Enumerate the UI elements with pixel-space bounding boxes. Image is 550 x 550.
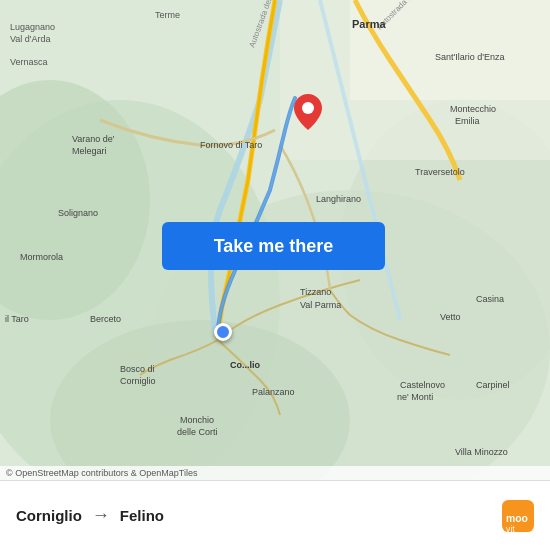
svg-text:Langhirano: Langhirano (316, 194, 361, 204)
svg-text:Co...lio: Co...lio (230, 360, 260, 370)
svg-text:delle Corti: delle Corti (177, 427, 218, 437)
svg-text:Corniglio: Corniglio (120, 376, 156, 386)
svg-text:Varano de': Varano de' (72, 134, 115, 144)
svg-text:Emilia: Emilia (455, 116, 480, 126)
svg-text:Melegari: Melegari (72, 146, 107, 156)
svg-text:Sant'Ilario d'Enza: Sant'Ilario d'Enza (435, 52, 504, 62)
svg-text:Solignano: Solignano (58, 208, 98, 218)
map-container: Lugagnano Val d'Arda Terme Vernasca Auto… (0, 0, 550, 480)
svg-text:Vernasca: Vernasca (10, 57, 48, 67)
svg-text:Mormorola: Mormorola (20, 252, 63, 262)
take-me-there-button[interactable]: Take me there (162, 222, 385, 270)
svg-text:Casina: Casina (476, 294, 504, 304)
svg-text:il Taro: il Taro (5, 314, 29, 324)
svg-text:Traversetolo: Traversetolo (415, 167, 465, 177)
svg-text:Fornovo di Taro: Fornovo di Taro (200, 140, 262, 150)
svg-text:ne' Monti: ne' Monti (397, 392, 433, 402)
svg-text:Palanzano: Palanzano (252, 387, 295, 397)
copyright-text: © OpenStreetMap contributors & OpenMapTi… (6, 468, 197, 478)
svg-text:Val d'Arda: Val d'Arda (10, 34, 51, 44)
svg-text:Val Parma: Val Parma (300, 300, 341, 310)
moovit-icon: moo vit (502, 500, 534, 532)
copyright-bar: © OpenStreetMap contributors & OpenMapTi… (0, 466, 550, 480)
svg-text:moo: moo (506, 513, 528, 524)
svg-rect-7 (350, 0, 550, 100)
svg-text:Monchio: Monchio (180, 415, 214, 425)
svg-text:Bosco di: Bosco di (120, 364, 155, 374)
svg-text:Tizzano: Tizzano (300, 287, 331, 297)
arrow-icon: → (92, 505, 110, 526)
destination-pin (294, 94, 322, 130)
svg-text:Terme: Terme (155, 10, 180, 20)
to-label: Felino (120, 507, 164, 524)
svg-text:Montecchio: Montecchio (450, 104, 496, 114)
svg-text:Berceto: Berceto (90, 314, 121, 324)
svg-text:Villa Minozzo: Villa Minozzo (455, 447, 508, 457)
svg-text:vit: vit (506, 524, 515, 532)
current-location-dot (214, 323, 232, 341)
svg-text:Parma: Parma (352, 18, 387, 30)
svg-text:Castelnovo: Castelnovo (400, 380, 445, 390)
svg-text:Carpinel: Carpinel (476, 380, 510, 390)
from-label: Corniglio (16, 507, 82, 524)
bottom-bar: Corniglio → Felino moo vit (0, 480, 550, 550)
route-info: Corniglio → Felino (16, 505, 164, 526)
moovit-logo: moo vit (502, 500, 534, 532)
svg-point-43 (302, 102, 314, 114)
svg-text:Vetto: Vetto (440, 312, 461, 322)
svg-text:Lugagnano: Lugagnano (10, 22, 55, 32)
